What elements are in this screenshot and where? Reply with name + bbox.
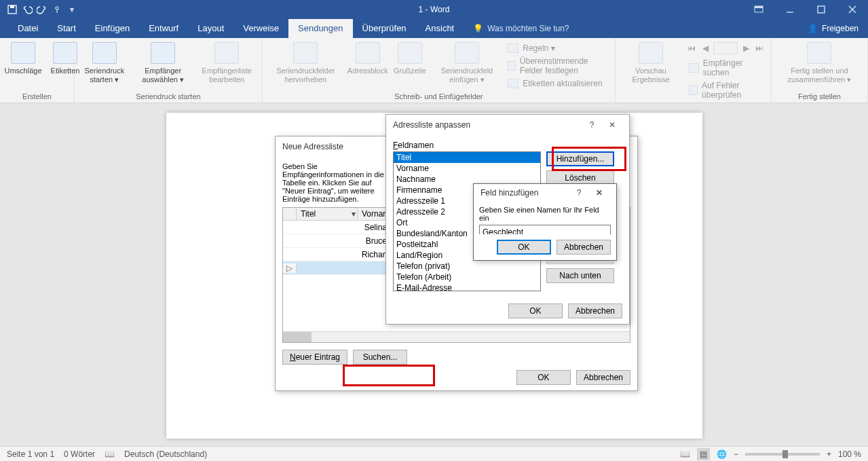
col-titel[interactable]: Titel bbox=[301, 209, 316, 219]
zoom-in-icon[interactable]: + bbox=[827, 449, 831, 459]
maximize-icon[interactable] bbox=[806, 0, 837, 19]
regeln-button: Regeln ▾ bbox=[505, 42, 611, 54]
labels-icon bbox=[53, 42, 77, 64]
felder-hervorheben-button: Seriendruckfelder hervorheben bbox=[267, 41, 345, 85]
record-number-input bbox=[713, 42, 738, 54]
tab-ueberpruefen[interactable]: Überprüfen bbox=[353, 19, 416, 38]
minimize-icon[interactable] bbox=[774, 0, 806, 19]
tab-datei[interactable]: Datei bbox=[8, 19, 48, 38]
zoom-slider[interactable] bbox=[745, 453, 820, 456]
word-count[interactable]: 0 Wörter bbox=[64, 449, 95, 459]
share-button[interactable]: 👤 Freigeben bbox=[798, 20, 868, 38]
ok-button[interactable]: OK bbox=[508, 303, 563, 318]
group-fertig: Fertig stellen bbox=[776, 91, 863, 103]
tell-me[interactable]: 💡 Was möchten Sie tun? bbox=[469, 20, 573, 38]
addressblock-icon bbox=[356, 42, 380, 64]
umschlaege-button[interactable]: Umschläge bbox=[4, 41, 42, 77]
svg-rect-1 bbox=[10, 5, 14, 8]
horizontal-scrollbar[interactable] bbox=[283, 331, 630, 342]
tab-verweise[interactable]: Verweise bbox=[233, 19, 288, 38]
close-icon[interactable]: ✕ bbox=[589, 183, 609, 203]
list-item[interactable]: Telefon (Arbeit) bbox=[394, 272, 540, 282]
help-icon[interactable]: ? bbox=[582, 115, 602, 135]
dialog-title: Feld hinzufügen bbox=[480, 188, 538, 198]
statusbar: Seite 1 von 1 0 Wörter 📖 Deutsch (Deutsc… bbox=[0, 446, 868, 461]
fieldname-input[interactable] bbox=[479, 225, 611, 234]
hinzufuegen-button[interactable]: Hinzufügen... bbox=[546, 151, 614, 166]
envelope-icon bbox=[11, 42, 35, 64]
zoom-out-icon[interactable]: − bbox=[734, 449, 738, 459]
dialog-title: Adressliste anpassen bbox=[393, 120, 470, 130]
last-record-icon: ⏭ bbox=[754, 43, 765, 54]
svg-rect-6 bbox=[818, 6, 825, 13]
empfaenger-auswaehlen-button[interactable]: Empfänger auswählen ▾ bbox=[134, 41, 192, 85]
dialog-title: Neue Adressliste bbox=[282, 142, 343, 151]
nach-unten-button[interactable]: Nach unten bbox=[546, 268, 614, 283]
qat-more-icon[interactable]: ▾ bbox=[67, 4, 77, 15]
share-icon: 👤 bbox=[808, 24, 818, 33]
check-errors-icon bbox=[689, 86, 698, 95]
grusszeile-button: Grußzeile bbox=[391, 41, 429, 77]
close-icon[interactable] bbox=[837, 0, 868, 19]
web-layout-icon[interactable]: 🌐 bbox=[717, 449, 727, 459]
feldnamen-label: eldnamen bbox=[398, 141, 434, 150]
seriendruckfeld-einfuegen-button: Seriendruckfeld einfügen ▾ bbox=[433, 41, 501, 85]
ribbon-tabs: Datei Start Einfügen Entwurf Layout Verw… bbox=[0, 19, 868, 38]
list-item[interactable]: E-Mail-Adresse bbox=[394, 282, 540, 291]
ribbon-display-options-icon[interactable] bbox=[743, 0, 774, 19]
tab-start[interactable]: Start bbox=[48, 19, 85, 38]
greetingline-icon bbox=[398, 42, 422, 64]
finish-merge-icon bbox=[807, 42, 831, 64]
cancel-button[interactable]: Abbrechen bbox=[568, 303, 622, 318]
vorschau-ergebnisse-button: Vorschau Ergebnisse bbox=[620, 41, 682, 85]
proofing-icon[interactable]: 📖 bbox=[105, 449, 115, 459]
addfield-label: Geben Sie einen Namen für Ihr Feld ein bbox=[479, 206, 611, 222]
ribbon: Umschläge Etiketten Erstellen Seriendruc… bbox=[0, 38, 868, 103]
zoom-level[interactable]: 100 % bbox=[838, 449, 861, 459]
help-icon[interactable]: ? bbox=[569, 183, 589, 203]
tab-layout[interactable]: Layout bbox=[188, 19, 233, 38]
tab-entwurf[interactable]: Entwurf bbox=[139, 19, 188, 38]
read-mode-icon[interactable]: 📖 bbox=[680, 449, 690, 459]
suchen-button[interactable]: Suchen... bbox=[353, 350, 407, 365]
touch-mode-icon[interactable] bbox=[52, 4, 62, 15]
list-item[interactable]: Vorname bbox=[394, 163, 540, 174]
adressblock-button: Adressblock bbox=[349, 41, 387, 77]
neuer-eintrag-button[interactable]: Neuer Eintrag bbox=[282, 350, 347, 365]
prev-record-icon: ◀ bbox=[700, 43, 711, 54]
ok-button[interactable]: OK bbox=[516, 370, 571, 385]
edit-list-icon bbox=[214, 42, 239, 64]
print-layout-icon[interactable]: ▤ bbox=[697, 448, 710, 460]
group-erstellen: Erstellen bbox=[4, 91, 70, 103]
tab-einfuegen[interactable]: Einfügen bbox=[86, 19, 139, 38]
undo-icon[interactable] bbox=[22, 4, 33, 15]
titlebar: ▾ 1 - Word bbox=[0, 0, 868, 19]
tab-sendungen[interactable]: Sendungen bbox=[288, 19, 353, 38]
language-indicator[interactable]: Deutsch (Deutschland) bbox=[124, 449, 207, 459]
ok-button[interactable]: OK bbox=[497, 240, 551, 255]
dialog-feld-hinzufuegen: Feld hinzufügen ? ✕ Geben Sie einen Name… bbox=[473, 183, 617, 261]
tab-ansicht[interactable]: Ansicht bbox=[416, 19, 464, 38]
highlight-fields-icon bbox=[293, 42, 318, 64]
recipients-icon bbox=[151, 42, 175, 64]
list-item[interactable]: Telefon (privat) bbox=[394, 261, 540, 272]
insert-mergefield-icon bbox=[455, 42, 479, 64]
uebereinstimmende-felder-button: Übereinstimmende Felder festlegen bbox=[505, 55, 611, 77]
page-indicator[interactable]: Seite 1 von 1 bbox=[7, 449, 54, 459]
find-recipient-icon bbox=[689, 63, 699, 73]
group-felder: Schreib- und Einfügefelder bbox=[267, 91, 611, 103]
chevron-down-icon[interactable]: ▾ bbox=[352, 209, 356, 219]
close-icon[interactable]: ✕ bbox=[602, 115, 622, 135]
document-title: 1 - Word bbox=[419, 5, 450, 14]
fehler-ueberpruefen-button: Auf Fehler überprüfen bbox=[686, 79, 767, 101]
etiketten-aktualisieren-button: Etiketten aktualisieren bbox=[505, 77, 611, 90]
list-item[interactable]: Titel bbox=[394, 152, 540, 163]
redo-icon[interactable] bbox=[37, 4, 48, 15]
cancel-button[interactable]: Abbrechen bbox=[556, 240, 611, 255]
first-record-icon: ⏮ bbox=[686, 43, 697, 54]
next-record-icon: ▶ bbox=[740, 43, 751, 54]
cancel-button[interactable]: Abbrechen bbox=[576, 370, 630, 385]
seriendruck-starten-button[interactable]: Seriendruck starten ▾ bbox=[79, 41, 130, 85]
save-icon[interactable] bbox=[7, 4, 18, 15]
preview-icon bbox=[639, 42, 663, 64]
